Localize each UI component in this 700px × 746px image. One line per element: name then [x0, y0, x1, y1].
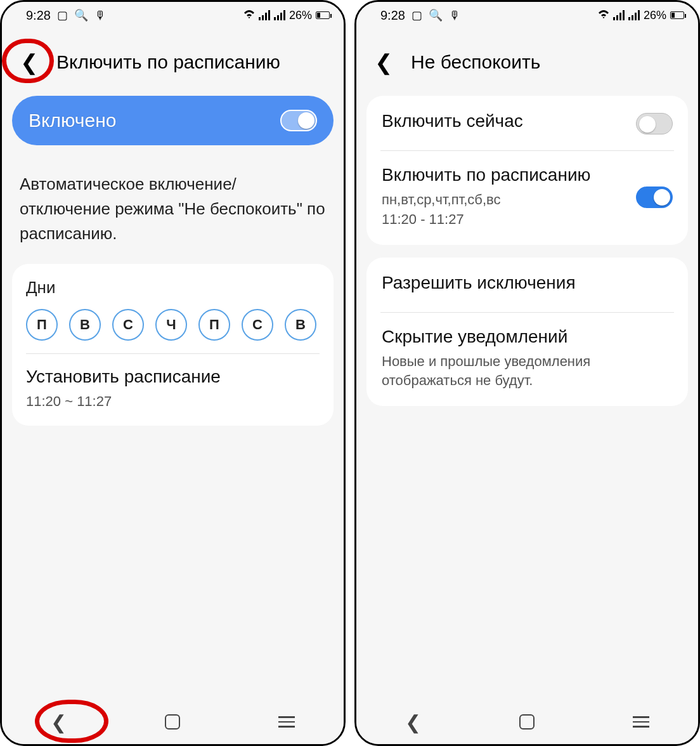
- day-bubble[interactable]: П: [198, 309, 230, 341]
- schedule-card: Дни П В С Ч П С В Установить расписание …: [12, 264, 334, 426]
- battery-pct: 26%: [289, 9, 312, 22]
- app-bar: ❮ Не беспокоить: [356, 29, 698, 96]
- nav-bar: ❮: [356, 700, 698, 744]
- search-icon: 🔍: [429, 10, 443, 21]
- hide-notifications-sub: Новые и прошлые уведомления отображаться…: [382, 352, 663, 391]
- enable-schedule-label: Включить по расписанию: [382, 165, 626, 185]
- hide-notifications-label: Скрытие уведомлений: [382, 327, 663, 347]
- nav-back[interactable]: ❮: [382, 706, 445, 738]
- day-bubble[interactable]: С: [242, 309, 273, 341]
- image-icon: ▢: [412, 10, 422, 21]
- status-time: 9:28: [380, 8, 405, 23]
- mic-icon: 🎙: [94, 10, 106, 21]
- search-icon: 🔍: [74, 10, 88, 21]
- schedule-row-value: 11:20 ~ 11:27: [26, 392, 320, 412]
- battery-pct: 26%: [644, 9, 666, 22]
- enabled-label: Включено: [29, 110, 116, 131]
- day-bubble[interactable]: Ч: [155, 309, 187, 341]
- page-title: Не беспокоить: [411, 51, 540, 73]
- enable-schedule-days: пн,вт,ср,чт,пт,сб,вс: [382, 190, 626, 210]
- page-title: Включить по расписанию: [56, 51, 280, 73]
- phone-right: 9:28 ▢ 🔍 🎙 26% ❮ Не беспокоить Включить …: [354, 0, 700, 746]
- status-bar: 9:28 ▢ 🔍 🎙 26%: [356, 2, 698, 29]
- day-bubble[interactable]: П: [26, 309, 58, 341]
- nav-recents[interactable]: [255, 706, 318, 738]
- signal-icon-2: [274, 10, 285, 20]
- enable-schedule-time: 11:20 - 11:27: [382, 210, 626, 230]
- back-button[interactable]: ❮: [20, 49, 38, 75]
- nav-back[interactable]: ❮: [27, 706, 91, 738]
- hide-notifications-row[interactable]: Скрытие уведомлений Новые и прошлые увед…: [366, 313, 688, 405]
- enabled-toggle[interactable]: [280, 110, 317, 131]
- dnd-options-card: Разрешить исключения Скрытие уведомлений…: [366, 258, 688, 407]
- allow-exceptions-label: Разрешить исключения: [382, 273, 663, 293]
- day-bubble[interactable]: В: [285, 309, 316, 341]
- wifi-icon: [598, 10, 609, 21]
- enable-schedule-row[interactable]: Включить по расписанию пн,вт,ср,чт,пт,сб…: [366, 151, 688, 244]
- status-bar: 9:28 ▢ 🔍 🎙 26%: [2, 2, 344, 29]
- schedule-description: Автоматическое включение/отключение режи…: [12, 172, 334, 264]
- days-section[interactable]: Дни П В С Ч П С В: [12, 265, 334, 353]
- signal-icon: [259, 10, 270, 20]
- wifi-icon: [243, 10, 255, 21]
- allow-exceptions-row[interactable]: Разрешить исключения: [366, 259, 688, 312]
- enable-now-label: Включить сейчас: [382, 111, 626, 131]
- phone-left: 9:28 ▢ 🔍 🎙 26% ❮ Включить по расписанию …: [0, 0, 346, 746]
- back-button[interactable]: ❮: [375, 49, 392, 75]
- enable-now-row[interactable]: Включить сейчас: [366, 97, 688, 150]
- nav-recents[interactable]: [609, 706, 673, 738]
- schedule-time-row[interactable]: Установить расписание 11:20 ~ 11:27: [12, 354, 334, 424]
- day-bubble[interactable]: В: [69, 309, 101, 341]
- signal-icon: [613, 10, 625, 20]
- nav-home[interactable]: [495, 706, 559, 738]
- app-bar: ❮ Включить по расписанию: [2, 29, 344, 96]
- mic-icon: 🎙: [449, 10, 460, 21]
- days-label: Дни: [26, 278, 320, 298]
- day-bubble[interactable]: С: [112, 309, 144, 341]
- signal-icon-2: [628, 10, 640, 20]
- battery-icon: [670, 11, 684, 19]
- schedule-row-title: Установить расписание: [26, 367, 320, 387]
- status-time: 9:28: [26, 8, 51, 23]
- enabled-toggle-row[interactable]: Включено: [12, 96, 334, 145]
- nav-bar: ❮: [2, 700, 344, 744]
- enable-now-toggle[interactable]: [636, 113, 673, 134]
- nav-home[interactable]: [141, 706, 204, 738]
- battery-icon: [316, 11, 330, 19]
- image-icon: ▢: [57, 10, 68, 21]
- enable-schedule-toggle[interactable]: [636, 186, 673, 208]
- dnd-main-card: Включить сейчас Включить по расписанию п…: [366, 96, 688, 245]
